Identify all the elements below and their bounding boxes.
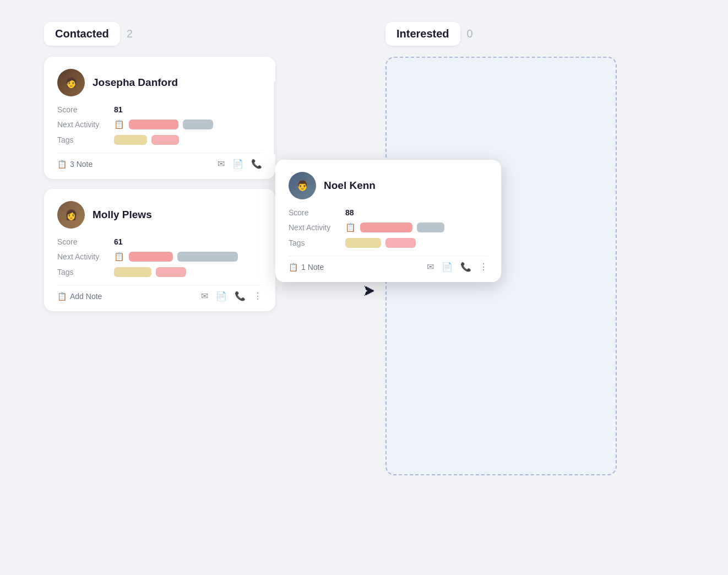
noel-tag-1 bbox=[345, 238, 381, 248]
molly-phone-icon[interactable]: 📞 bbox=[235, 291, 246, 301]
molly-activity-pill-2 bbox=[177, 252, 238, 262]
josepha-score-label: Score bbox=[57, 105, 110, 114]
molly-activity-pill-1 bbox=[129, 252, 173, 262]
josepha-tags-row: Tags bbox=[57, 135, 262, 145]
noel-more-icon[interactable]: ⋮ bbox=[479, 262, 488, 272]
josepha-score-row: Score 81 bbox=[57, 105, 262, 114]
interested-count: 0 bbox=[467, 28, 473, 40]
noel-name: Noel Kenn bbox=[324, 180, 376, 192]
josepha-actions: ✉ 📄 📞 bbox=[218, 159, 262, 169]
noel-note-icon: 📋 bbox=[289, 263, 298, 272]
noel-mail-icon[interactable]: ✉ bbox=[427, 262, 434, 272]
molly-tag-2 bbox=[156, 267, 186, 277]
noel-activity-row: Next Activity 📋 bbox=[289, 223, 488, 232]
molly-mail-icon[interactable]: ✉ bbox=[201, 291, 208, 301]
contacted-column: Contacted 2 🧑 Josepha Danford Score 81 N… bbox=[44, 22, 275, 475]
molly-activity-icon: 📋 bbox=[114, 252, 124, 262]
josepha-note-text: 3 Note bbox=[70, 160, 93, 169]
card-molly: 👩 Molly Plews Score 61 Next Activity 📋 T… bbox=[44, 189, 275, 311]
molly-name: Molly Plews bbox=[93, 209, 152, 221]
molly-note-text: Add Note bbox=[70, 292, 102, 301]
noel-footer: 📋 1 Note ✉ 📄 📞 ⋮ bbox=[289, 256, 488, 272]
noel-avatar: 👨 bbox=[289, 172, 316, 199]
noel-header: 👨 Noel Kenn bbox=[289, 172, 488, 199]
noel-tag-2 bbox=[385, 238, 416, 248]
noel-phone-icon[interactable]: 📞 bbox=[460, 262, 471, 272]
noel-doc-icon[interactable]: 📄 bbox=[442, 262, 453, 272]
josepha-phone-icon[interactable]: 📞 bbox=[251, 159, 262, 169]
josepha-note[interactable]: 📋 3 Note bbox=[57, 160, 93, 169]
josepha-score-value: 81 bbox=[114, 105, 123, 114]
josepha-activity-row: Next Activity 📋 bbox=[57, 120, 262, 129]
josepha-activity-icon: 📋 bbox=[114, 120, 124, 129]
noel-score-value: 88 bbox=[345, 208, 354, 217]
molly-tag-1 bbox=[114, 267, 151, 277]
molly-note[interactable]: 📋 Add Note bbox=[57, 292, 102, 301]
interested-title: Interested bbox=[385, 22, 460, 46]
noel-note[interactable]: 📋 1 Note bbox=[289, 263, 324, 272]
noel-actions: ✉ 📄 📞 ⋮ bbox=[427, 262, 488, 272]
contacted-title: Contacted bbox=[44, 22, 120, 46]
molly-activity-row: Next Activity 📋 bbox=[57, 252, 262, 262]
noel-activity-pill-1 bbox=[360, 223, 412, 232]
noel-note-text: 1 Note bbox=[301, 263, 324, 272]
josepha-activity-pill-2 bbox=[183, 120, 213, 129]
molly-actions: ✉ 📄 📞 ⋮ bbox=[201, 291, 262, 301]
noel-activity-label: Next Activity bbox=[289, 223, 341, 232]
molly-score-label: Score bbox=[57, 237, 110, 246]
molly-tags-row: Tags bbox=[57, 267, 262, 277]
josepha-note-icon: 📋 bbox=[57, 160, 67, 169]
josepha-tags-label: Tags bbox=[57, 135, 110, 144]
molly-note-icon: 📋 bbox=[57, 292, 67, 301]
molly-doc-icon[interactable]: 📄 bbox=[216, 291, 227, 301]
josepha-doc-icon[interactable]: 📄 bbox=[232, 159, 243, 169]
josepha-activity-label: Next Activity bbox=[57, 120, 110, 129]
contacted-count: 2 bbox=[127, 28, 133, 40]
molly-tags-label: Tags bbox=[57, 268, 110, 276]
noel-activity-pill-2 bbox=[417, 223, 444, 232]
molly-header: 👩 Molly Plews bbox=[57, 201, 262, 229]
josepha-divider bbox=[274, 81, 275, 154]
molly-avatar: 👩 bbox=[57, 201, 85, 229]
josepha-activity-pill-1 bbox=[129, 120, 178, 129]
card-josepha: 🧑 Josepha Danford Score 81 Next Activity… bbox=[44, 57, 275, 179]
contacted-header: Contacted 2 bbox=[44, 22, 275, 46]
card-noel: 👨 Noel Kenn Score 88 Next Activity 📋 Tag… bbox=[275, 160, 501, 282]
noel-tags-label: Tags bbox=[289, 238, 341, 247]
josepha-tag-2 bbox=[151, 135, 179, 145]
molly-score-row: Score 61 bbox=[57, 237, 262, 246]
molly-activity-label: Next Activity bbox=[57, 252, 110, 261]
josepha-footer: 📋 3 Note ✉ 📄 📞 bbox=[57, 153, 262, 169]
josepha-tag-1 bbox=[114, 135, 147, 145]
josepha-name: Josepha Danford bbox=[93, 77, 178, 89]
molly-score-value: 61 bbox=[114, 237, 123, 246]
josepha-avatar: 🧑 bbox=[57, 69, 85, 96]
noel-score-label: Score bbox=[289, 208, 341, 217]
josepha-header: 🧑 Josepha Danford bbox=[57, 69, 262, 96]
noel-tags-row: Tags bbox=[289, 238, 488, 248]
josepha-mail-icon[interactable]: ✉ bbox=[218, 159, 225, 169]
noel-score-row: Score 88 bbox=[289, 208, 488, 217]
molly-footer: 📋 Add Note ✉ 📄 📞 ⋮ bbox=[57, 285, 262, 301]
interested-header: Interested 0 bbox=[385, 22, 617, 46]
molly-more-icon[interactable]: ⋮ bbox=[253, 291, 262, 301]
noel-activity-icon: 📋 bbox=[345, 223, 356, 232]
